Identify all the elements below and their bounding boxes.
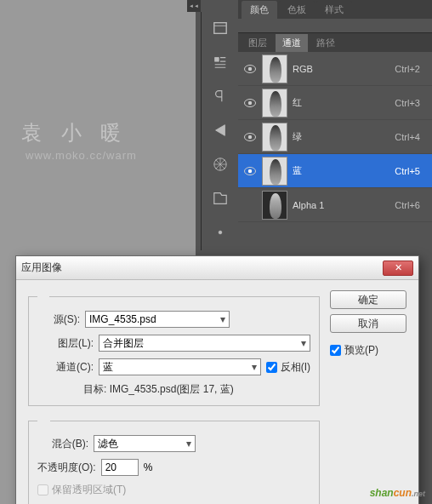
channel-shortcut: Ctrl+5	[395, 166, 420, 176]
visibility-icon[interactable]	[243, 63, 257, 75]
blend-combo[interactable]: 滤色	[94, 435, 196, 452]
source-group: s 源(S): IMG_4535.psd 图层(L): 合并图层 通道(C): …	[28, 290, 320, 406]
opacity-label: 不透明度(O):	[37, 461, 96, 475]
source-combo[interactable]: IMG_4535.psd	[85, 311, 230, 328]
tab-layers[interactable]: 图层	[242, 34, 274, 52]
tab-color[interactable]: 颜色	[242, 1, 277, 19]
channel-label: 通道(C):	[37, 360, 94, 375]
visibility-icon[interactable]	[243, 165, 257, 177]
svg-rect-0	[213, 23, 225, 34]
svg-point-7	[248, 100, 252, 104]
layer-label: 图层(L):	[37, 336, 94, 351]
color-panel-tabs: 颜色 色板 样式	[238, 0, 432, 19]
ok-button[interactable]: 确定	[330, 290, 406, 309]
channel-shortcut: Ctrl+2	[395, 64, 420, 74]
channel-shortcut: Ctrl+4	[395, 132, 420, 142]
channel-thumbnail	[262, 54, 287, 83]
target-value: IMG_4535.psd(图层 17, 蓝)	[110, 383, 234, 395]
paragraph-icon[interactable]	[211, 87, 230, 106]
svg-point-5	[248, 66, 252, 70]
opacity-suffix: %	[144, 461, 153, 473]
panel-collapse-button[interactable]	[187, 0, 201, 12]
more-icon[interactable]	[211, 223, 230, 242]
close-button[interactable]: ✕	[383, 261, 413, 276]
watermark-url: www.moko.cc/warm	[26, 149, 137, 162]
history-icon[interactable]	[211, 19, 230, 37]
dialog-title: 应用图像	[21, 261, 383, 275]
site-watermark: shancun.net	[370, 487, 425, 499]
blend-group: b 混合(B): 滤色 不透明度(O): 20 % 保留透明区域(T) 蒙版(K…	[28, 415, 320, 504]
tab-styles[interactable]: 样式	[316, 1, 352, 19]
channel-row[interactable]: 绿Ctrl+4	[238, 120, 432, 154]
channels-list: RGBCtrl+2红Ctrl+3绿Ctrl+4蓝Ctrl+5Alpha 1Ctr…	[238, 52, 432, 222]
channel-row[interactable]: Alpha 1Ctrl+6	[238, 188, 432, 222]
channel-shortcut: Ctrl+3	[395, 98, 420, 108]
svg-point-3	[219, 231, 222, 234]
navigator-icon[interactable]	[211, 155, 230, 174]
source-label: 源(S):	[37, 312, 80, 327]
target-label: 目标:	[83, 383, 106, 395]
svg-point-9	[248, 135, 252, 138]
opacity-input[interactable]: 20	[101, 459, 139, 476]
layers-panel-tabs: 图层 通道 路径	[238, 33, 432, 52]
channel-name: 蓝	[293, 164, 389, 177]
channel-row[interactable]: 红Ctrl+3	[238, 86, 432, 120]
tab-channels[interactable]: 通道	[276, 34, 308, 52]
channel-name: Alpha 1	[293, 200, 389, 210]
channel-row[interactable]: 蓝Ctrl+5	[238, 154, 432, 188]
watermark-text: 袁 小 暖	[21, 119, 128, 146]
preserve-transparency-checkbox: 保留透明区域(T)	[37, 483, 310, 497]
layer-combo[interactable]: 合并图层	[99, 335, 310, 352]
panel-area: 颜色 色板 样式 图层 通道 路径 RGBCtrl+2红Ctrl+3绿Ctrl+…	[238, 0, 432, 238]
channel-thumbnail	[262, 89, 287, 117]
channel-name: RGB	[293, 64, 389, 74]
svg-point-11	[248, 169, 252, 172]
invert-checkbox[interactable]: 反相(I)	[266, 360, 310, 375]
visibility-icon[interactable]	[243, 199, 257, 211]
visibility-icon[interactable]	[243, 131, 257, 143]
channel-row[interactable]: RGBCtrl+2	[238, 52, 432, 86]
apply-image-dialog: 应用图像 ✕ s 源(S): IMG_4535.psd 图层(L): 合并图层 …	[15, 255, 419, 504]
channel-name: 绿	[293, 130, 389, 143]
channel-thumbnail	[262, 191, 287, 220]
channel-thumbnail	[262, 157, 287, 186]
tab-paths[interactable]: 路径	[310, 34, 342, 52]
dialog-titlebar[interactable]: 应用图像 ✕	[16, 256, 418, 280]
cancel-button[interactable]: 取消	[330, 314, 406, 333]
blend-label: 混合(B):	[37, 437, 88, 451]
tab-swatches[interactable]: 色板	[279, 1, 315, 19]
channel-combo[interactable]: 蓝	[99, 358, 261, 375]
info-icon[interactable]	[211, 189, 230, 208]
icon-dock	[201, 12, 238, 250]
actions-icon[interactable]	[211, 121, 230, 140]
channel-shortcut: Ctrl+6	[395, 200, 420, 210]
channel-name: 红	[293, 96, 389, 109]
svg-rect-1	[214, 58, 219, 62]
character-icon[interactable]	[211, 53, 230, 72]
visibility-icon[interactable]	[243, 97, 257, 109]
channel-thumbnail	[262, 123, 287, 152]
preview-checkbox[interactable]: 预览(P)	[330, 343, 406, 358]
